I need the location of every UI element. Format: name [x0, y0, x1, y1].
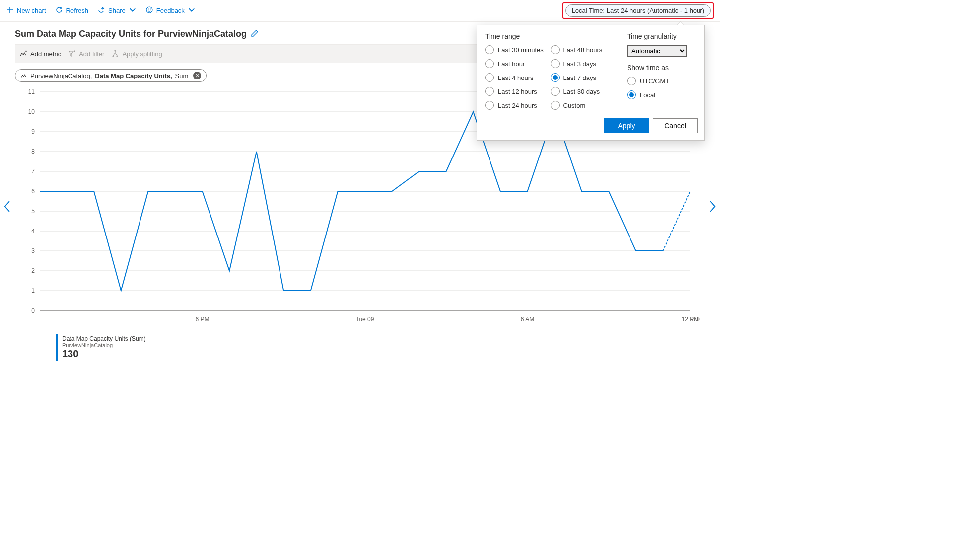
share-icon	[97, 6, 105, 15]
apply-splitting-button[interactable]: Apply splitting	[111, 50, 162, 58]
share-label: Share	[108, 7, 126, 14]
time-range-popover: Time range Last 30 minutesLast 48 hoursL…	[477, 25, 705, 141]
time-range-radio[interactable]: Last 30 minutes	[485, 45, 546, 54]
svg-text:6 PM: 6 PM	[195, 316, 209, 323]
chip-agg: Sum	[175, 72, 189, 79]
time-range-radio[interactable]: Last hour	[485, 59, 546, 68]
apply-splitting-label: Apply splitting	[122, 50, 162, 58]
refresh-button[interactable]: Refresh	[55, 6, 89, 15]
plus-icon	[6, 6, 14, 15]
time-range-radio[interactable]: Last 3 days	[551, 59, 611, 68]
feedback-button[interactable]: Feedback	[145, 6, 196, 15]
svg-point-0	[146, 7, 152, 13]
time-range-radio[interactable]: Custom	[551, 101, 611, 110]
command-bar: New chart Refresh Share Feedback	[0, 0, 720, 22]
time-range-radio[interactable]: Last 30 days	[551, 87, 611, 96]
time-range-radio[interactable]: Last 7 days	[551, 73, 611, 82]
svg-text:0: 0	[31, 307, 35, 314]
next-time-button[interactable]	[708, 200, 717, 214]
svg-text:3: 3	[31, 247, 35, 254]
refresh-icon	[55, 6, 63, 15]
previous-time-button[interactable]	[3, 200, 12, 214]
time-picker-highlight: Local Time: Last 24 hours (Automatic - 1…	[562, 2, 714, 19]
time-range-pill[interactable]: Local Time: Last 24 hours (Automatic - 1…	[565, 4, 711, 17]
add-filter-button[interactable]: Add filter	[68, 50, 104, 58]
cancel-button[interactable]: Cancel	[653, 118, 698, 133]
chevron-down-icon	[129, 6, 137, 15]
show-time-as-title: Show time as	[627, 64, 697, 72]
time-range-title: Time range	[485, 32, 611, 40]
page-title: Sum Data Map Capacity Units for PurviewN…	[15, 29, 247, 39]
svg-text:1: 1	[31, 287, 35, 294]
chevron-down-icon	[188, 6, 196, 15]
time-range-radio[interactable]: Last 48 hours	[551, 45, 611, 54]
remove-metric-button[interactable]: ✕	[193, 72, 201, 79]
time-range-radio[interactable]: Last 4 hours	[485, 73, 546, 82]
svg-text:5: 5	[31, 208, 35, 215]
svg-text:Tue 09: Tue 09	[356, 316, 374, 323]
svg-point-3	[113, 56, 114, 57]
time-range-label: Local Time: Last 24 hours (Automatic - 1…	[572, 7, 704, 14]
edit-title-button[interactable]	[251, 29, 259, 39]
svg-text:10: 10	[28, 108, 35, 115]
add-filter-label: Add filter	[79, 50, 104, 58]
chip-resource: PurviewNinjaCatalog,	[30, 72, 92, 79]
smiley-icon	[145, 6, 153, 15]
svg-point-2	[150, 9, 150, 9]
time-range-radio[interactable]: Last 24 hours	[485, 101, 546, 110]
svg-text:2: 2	[31, 267, 35, 274]
svg-text:UTC+05:30: UTC+05:30	[691, 316, 700, 323]
legend-label: Data Map Capacity Units (Sum)	[62, 335, 146, 342]
legend-value: 130	[62, 348, 146, 360]
time-granularity-select[interactable]: Automatic	[627, 45, 687, 57]
show-time-as-radio[interactable]: UTC/GMT	[627, 77, 697, 85]
chip-metric: Data Map Capacity Units,	[95, 72, 172, 79]
svg-text:4: 4	[31, 228, 35, 235]
apply-button[interactable]: Apply	[604, 118, 649, 133]
add-metric-label: Add metric	[30, 50, 61, 58]
svg-text:9: 9	[31, 128, 35, 135]
legend-subtitle: PurviewNinjaCatalog	[62, 342, 146, 348]
svg-text:6 AM: 6 AM	[521, 316, 534, 323]
svg-text:6: 6	[31, 188, 35, 195]
show-time-as-radio[interactable]: Local	[627, 90, 697, 99]
refresh-label: Refresh	[66, 7, 89, 14]
new-chart-button[interactable]: New chart	[6, 6, 46, 15]
time-granularity-title: Time granularity	[627, 32, 697, 40]
svg-text:7: 7	[31, 168, 35, 175]
svg-text:11: 11	[28, 88, 35, 95]
new-chart-label: New chart	[17, 7, 46, 14]
legend-summary: Data Map Capacity Units (Sum) PurviewNin…	[56, 334, 150, 361]
svg-point-4	[117, 56, 118, 57]
metric-chip[interactable]: PurviewNinjaCatalog, Data Map Capacity U…	[15, 69, 207, 82]
time-range-radio[interactable]: Last 12 hours	[485, 87, 546, 96]
svg-text:8: 8	[31, 148, 35, 155]
add-metric-button[interactable]: Add metric	[19, 50, 61, 58]
feedback-label: Feedback	[156, 7, 185, 14]
svg-point-1	[148, 9, 148, 9]
share-button[interactable]: Share	[97, 6, 137, 15]
